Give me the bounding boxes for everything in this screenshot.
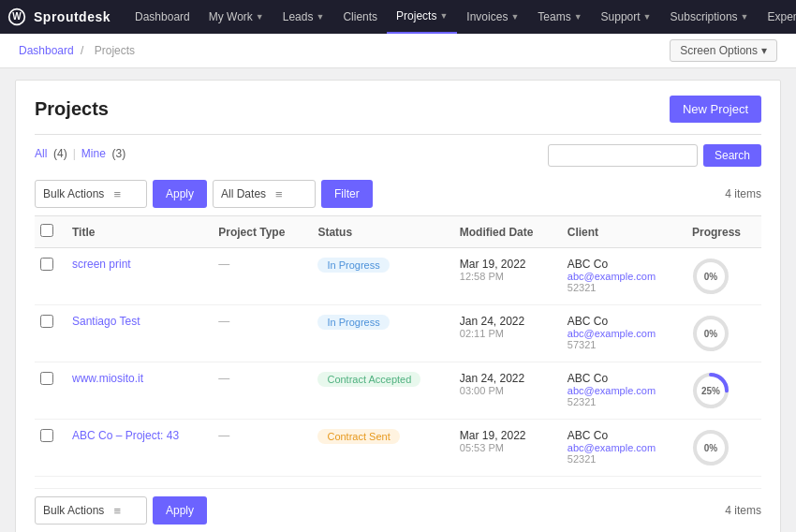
apply-button[interactable]: Apply xyxy=(153,180,207,208)
col-title[interactable]: Title xyxy=(63,216,209,248)
nav-label: My Work xyxy=(209,10,253,23)
page-title: Projects xyxy=(35,98,109,120)
nav-label: Subscriptions xyxy=(671,10,738,23)
row-title: www.miosito.it xyxy=(63,362,209,420)
row-progress: 0% xyxy=(683,305,761,362)
bulk-actions-label: Bulk Actions xyxy=(43,504,104,517)
client-name: ABC Co xyxy=(568,429,673,442)
screen-options-label: Screen Options xyxy=(680,44,758,57)
page-header: Projects New Project xyxy=(35,96,761,123)
breadcrumb-parent[interactable]: Dashboard xyxy=(19,44,74,57)
nav-item-teams[interactable]: Teams ▼ xyxy=(528,0,591,34)
row-project-type: — xyxy=(209,305,308,362)
breadcrumb-current: Projects xyxy=(95,44,135,57)
search-button[interactable]: Search xyxy=(703,144,761,167)
items-count: 4 items xyxy=(725,187,761,200)
status-badge: Contract Accepted xyxy=(317,372,420,387)
row-checkbox-cell xyxy=(35,305,63,362)
filter-button[interactable]: Filter xyxy=(321,180,373,208)
modified-date: Jan 24, 2022 xyxy=(460,372,549,385)
nav-label: Projects xyxy=(396,9,436,22)
project-title-link[interactable]: Santiago Test xyxy=(72,315,140,328)
col-modified-date[interactable]: Modified Date xyxy=(450,216,558,248)
bottom-items-count: 4 items xyxy=(725,504,761,517)
client-name: ABC Co xyxy=(568,315,673,328)
filter-lines-icon: ≡ xyxy=(113,504,121,518)
row-checkbox[interactable] xyxy=(40,372,53,385)
nav-items-list: Dashboard My Work ▼ Leads ▼ Clients Proj… xyxy=(125,0,796,34)
filter-all-label: All xyxy=(35,147,47,160)
row-title: ABC Co – Project: 43 xyxy=(63,420,209,477)
bottom-apply-button[interactable]: Apply xyxy=(153,496,207,525)
page-content: Projects New Project All (4) | Mine (3) … xyxy=(15,80,781,532)
col-project-type[interactable]: Project Type xyxy=(209,216,308,248)
row-status: Contract Accepted xyxy=(308,362,450,420)
bulk-actions-label: Bulk Actions xyxy=(43,187,104,200)
client-email: abc@example.com xyxy=(568,385,673,396)
all-dates-dropdown[interactable]: All Dates ≡ xyxy=(213,180,316,208)
project-title-link[interactable]: www.miosito.it xyxy=(72,372,143,385)
project-title-link[interactable]: ABC Co – Project: 43 xyxy=(72,429,179,442)
filter-tab-mine[interactable]: Mine (3) xyxy=(81,147,125,160)
chevron-down-icon: ▼ xyxy=(510,12,519,22)
row-client: ABC Co abc@example.com 57321 xyxy=(558,305,683,362)
screen-options-button[interactable]: Screen Options ▾ xyxy=(670,39,777,62)
brand-name[interactable]: Sproutdesk xyxy=(34,9,111,24)
progress-circle: 0% xyxy=(692,429,730,466)
client-name: ABC Co xyxy=(568,372,673,385)
col-status[interactable]: Status xyxy=(308,216,450,248)
row-modified-date: Jan 24, 2022 03:00 PM xyxy=(450,362,558,420)
project-type-value: — xyxy=(218,372,229,385)
table-row: ABC Co – Project: 43 — Contract Sent Mar… xyxy=(35,420,761,477)
row-client: ABC Co abc@example.com 52321 xyxy=(558,420,683,477)
status-badge: In Progress xyxy=(317,258,389,273)
col-client[interactable]: Client xyxy=(558,216,683,248)
row-client: ABC Co abc@example.com 52321 xyxy=(558,248,683,305)
progress-circle: 0% xyxy=(692,258,730,295)
filter-tabs: All (4) | Mine (3) xyxy=(35,147,125,160)
client-email: abc@example.com xyxy=(568,271,673,282)
actions-row: Bulk Actions ≡ Apply All Dates ≡ Filter … xyxy=(35,180,761,208)
nav-item-projects[interactable]: Projects ▼ xyxy=(387,0,457,34)
nav-item-expenses[interactable]: Expenses ▼ xyxy=(759,0,797,34)
row-client: ABC Co abc@example.com 52321 xyxy=(558,362,683,420)
progress-percent: 0% xyxy=(704,443,717,453)
modified-time: 02:11 PM xyxy=(460,328,549,339)
wp-logo[interactable]: W xyxy=(7,2,26,32)
select-all-checkbox[interactable] xyxy=(40,224,53,237)
chevron-down-icon: ▾ xyxy=(761,44,767,57)
project-title-link[interactable]: screen print xyxy=(72,258,131,271)
new-project-button[interactable]: New Project xyxy=(670,96,761,123)
nav-item-support[interactable]: Support ▼ xyxy=(592,0,661,34)
search-input[interactable] xyxy=(548,144,698,167)
bottom-bulk-actions-dropdown[interactable]: Bulk Actions ≡ xyxy=(35,496,147,525)
all-dates-label: All Dates xyxy=(221,187,266,200)
breadcrumb-separator: / xyxy=(81,44,83,57)
nav-item-mywork[interactable]: My Work ▼ xyxy=(199,0,273,34)
modified-date: Jan 24, 2022 xyxy=(460,315,549,328)
nav-item-invoices[interactable]: Invoices ▼ xyxy=(457,0,528,34)
bulk-actions-dropdown[interactable]: Bulk Actions ≡ xyxy=(35,180,147,208)
nav-item-dashboard[interactable]: Dashboard xyxy=(125,0,199,34)
table-row: www.miosito.it — Contract Accepted Jan 2… xyxy=(35,362,761,420)
chevron-down-icon: ▼ xyxy=(643,12,652,22)
breadcrumb: Dashboard / Projects xyxy=(19,44,139,57)
top-navigation: W Sproutdesk Dashboard My Work ▼ Leads ▼… xyxy=(0,0,796,34)
row-modified-date: Mar 19, 2022 12:58 PM xyxy=(450,248,558,305)
nav-label: Expenses xyxy=(768,10,797,23)
nav-label: Invoices xyxy=(466,10,508,23)
row-checkbox[interactable] xyxy=(40,315,53,328)
progress-percent: 0% xyxy=(704,272,717,282)
row-status: In Progress xyxy=(308,305,450,362)
filter-mine-count: (3) xyxy=(112,147,126,160)
col-progress[interactable]: Progress xyxy=(683,216,761,248)
row-checkbox[interactable] xyxy=(40,429,53,442)
row-checkbox[interactable] xyxy=(40,258,53,271)
nav-item-subscriptions[interactable]: Subscriptions ▼ xyxy=(661,0,759,34)
project-type-value: — xyxy=(218,258,229,271)
row-progress: 0% xyxy=(683,420,761,477)
filter-tab-all[interactable]: All (4) xyxy=(35,147,67,160)
nav-item-leads[interactable]: Leads ▼ xyxy=(273,0,334,34)
nav-item-clients[interactable]: Clients xyxy=(333,0,387,34)
table-row: screen print — In Progress Mar 19, 2022 … xyxy=(35,248,761,305)
